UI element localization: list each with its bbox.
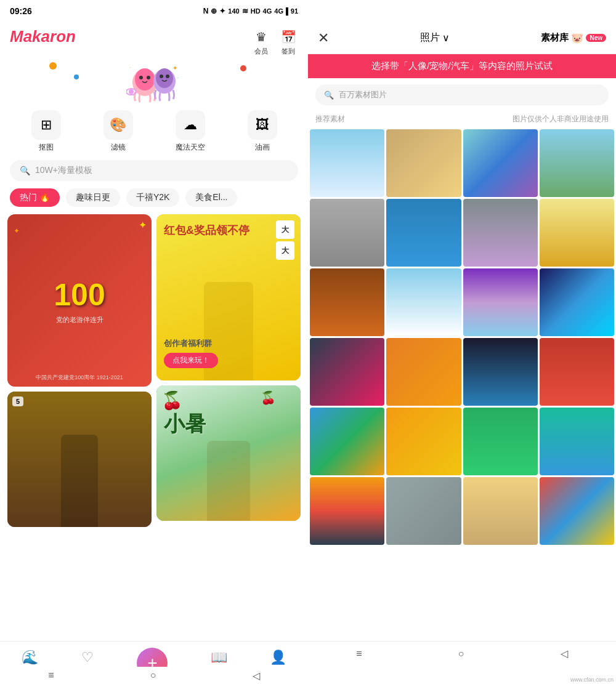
tool-oil-paint[interactable]: 🖼 油画 bbox=[248, 110, 277, 153]
follow-icon: ♡ bbox=[81, 650, 94, 666]
img-item-12[interactable] bbox=[310, 338, 384, 406]
img-item-2[interactable] bbox=[463, 129, 538, 197]
status-icons: N ⊕ ✦ 140 ≋ HD 4G 4G ▌91 bbox=[203, 7, 298, 15]
card-girl-photo[interactable]: 5 bbox=[7, 392, 152, 527]
chevron-down-icon: ∨ bbox=[442, 32, 450, 44]
left-app-header: Makaron ♛ 会员 📅 签到 bbox=[0, 22, 308, 56]
img-item-22[interactable] bbox=[463, 477, 538, 545]
tab-y2k[interactable]: 千禧Y2K bbox=[126, 188, 179, 207]
usage-notice: 图片仅供个人非商业用途使用 bbox=[513, 114, 609, 124]
img-item-7[interactable] bbox=[540, 199, 614, 267]
recommended-label: 推荐素材 bbox=[315, 114, 345, 124]
tools-row: ⊞ 抠图 🎨 滤镜 ☁ 魔法天空 🖼 油画 bbox=[0, 105, 308, 160]
mascot-character: ✦ · · bbox=[126, 58, 182, 104]
card-party[interactable]: 100 党的老游伴连升 中国共产党建党100周年 1921-2021 ✦ ✦ bbox=[7, 214, 152, 387]
tab-food[interactable]: 美食El... bbox=[185, 188, 237, 207]
img-item-8[interactable] bbox=[310, 268, 384, 336]
img-item-9[interactable] bbox=[386, 268, 461, 336]
tutorial-icon: 📖 bbox=[211, 650, 227, 666]
img-item-3[interactable] bbox=[540, 129, 614, 197]
vip-label: 会员 bbox=[254, 47, 268, 56]
sys-home-icon-right[interactable]: ○ bbox=[458, 648, 464, 659]
material-lib-icon: 🐷 bbox=[571, 32, 583, 44]
material-search[interactable]: 🔍 百万素材图片 bbox=[315, 84, 609, 105]
tool-magic-sky[interactable]: ☁ 魔法天空 bbox=[176, 110, 205, 153]
svg-point-6 bbox=[160, 74, 163, 78]
svg-point-9 bbox=[129, 89, 134, 94]
tool-filter[interactable]: 🎨 滤镜 bbox=[103, 110, 133, 153]
search-placeholder-text: 10W+海量模板 bbox=[35, 165, 92, 176]
img-item-10[interactable] bbox=[463, 268, 538, 336]
img-item-5[interactable] bbox=[386, 199, 461, 267]
img-item-18[interactable] bbox=[463, 408, 538, 475]
svg-point-5 bbox=[156, 68, 173, 88]
sys-back-icon-right[interactable]: ◁ bbox=[561, 648, 568, 659]
sys-back-icon[interactable]: ◁ bbox=[253, 670, 260, 682]
new-badge: New bbox=[586, 34, 606, 42]
img-item-19[interactable] bbox=[540, 408, 614, 475]
svg-point-1 bbox=[135, 68, 155, 91]
magic-sky-icon: ☁ bbox=[176, 110, 205, 140]
img-item-6[interactable] bbox=[463, 199, 538, 267]
img-item-20[interactable] bbox=[310, 477, 384, 545]
tool-cutout[interactable]: ⊞ 抠图 bbox=[31, 110, 61, 153]
img-item-21[interactable] bbox=[386, 477, 461, 545]
img-item-17[interactable] bbox=[386, 408, 461, 475]
card-welfare[interactable]: 大 大 红包&奖品领不停 创作者福利群 点我来玩！ bbox=[156, 214, 301, 380]
sys-menu-icon-right[interactable]: ≡ bbox=[356, 648, 362, 659]
svg-text:·: · bbox=[177, 75, 178, 81]
status-bar-right: 09:26 bbox=[308, 0, 616, 22]
photos-label[interactable]: 照片 bbox=[420, 31, 440, 44]
img-item-13[interactable] bbox=[386, 338, 461, 406]
img-item-1[interactable] bbox=[386, 129, 461, 197]
material-lib-label: 素材库 bbox=[541, 32, 569, 44]
img-item-23[interactable] bbox=[540, 477, 614, 545]
filter-label: 滤镜 bbox=[111, 142, 126, 153]
tab-fun-daily[interactable]: 趣味日更 bbox=[66, 188, 120, 207]
checkin-button[interactable]: 📅 签到 bbox=[278, 27, 298, 56]
img-item-16[interactable] bbox=[310, 408, 384, 475]
img-item-14[interactable] bbox=[463, 338, 538, 406]
img-item-11[interactable] bbox=[540, 268, 614, 336]
promo-banner: 选择带「人像/宠物/汽车」等内容的照片试试 bbox=[308, 54, 616, 78]
watermark: www.cfan.com.cn bbox=[570, 677, 614, 683]
checkin-icon: 📅 bbox=[278, 27, 298, 47]
img-item-4[interactable] bbox=[310, 199, 384, 267]
checkin-label: 签到 bbox=[282, 47, 295, 56]
app-logo: Makaron bbox=[10, 27, 76, 46]
img-item-0[interactable] bbox=[310, 129, 384, 197]
cutout-icon: ⊞ bbox=[31, 110, 61, 140]
sys-home-icon[interactable]: ○ bbox=[150, 670, 156, 681]
img-item-15[interactable] bbox=[540, 338, 614, 406]
mascot-area: ✦ · · bbox=[0, 56, 308, 105]
magic-sky-label: 魔法天空 bbox=[176, 142, 205, 153]
grid-col-right: 大 大 红包&奖品领不停 创作者福利群 点我来玩！ bbox=[156, 214, 301, 565]
material-library-button[interactable]: 素材库 🐷 New bbox=[541, 32, 606, 44]
status-bar-left: 09:26 N ⊕ ✦ 140 ≋ HD 4G 4G ▌91 bbox=[0, 0, 308, 22]
close-button[interactable]: ✕ bbox=[318, 30, 329, 46]
oil-paint-icon: 🖼 bbox=[248, 110, 277, 140]
header-actions: ♛ 会员 📅 签到 bbox=[251, 27, 298, 56]
svg-text:·: · bbox=[129, 65, 131, 70]
oil-paint-label: 油画 bbox=[255, 142, 270, 153]
tab-hot[interactable]: 热门 🔥 bbox=[10, 188, 60, 207]
sys-menu-icon[interactable]: ≡ bbox=[48, 670, 54, 681]
photos-title-area: 照片 ∨ bbox=[336, 31, 533, 44]
deco-circle-3 bbox=[240, 65, 246, 71]
grid-col-left: 100 党的老游伴连升 中国共产党建党100周年 1921-2021 ✦ ✦ bbox=[7, 214, 152, 565]
deco-circle-1 bbox=[49, 62, 57, 70]
svg-point-2 bbox=[139, 76, 143, 79]
deco-circle-2 bbox=[74, 74, 79, 79]
image-grid bbox=[308, 129, 616, 545]
svg-text:✦: ✦ bbox=[172, 65, 177, 71]
search-icon-right: 🔍 bbox=[324, 91, 334, 100]
profile-icon: 👤 bbox=[270, 650, 286, 666]
filter-icon: 🎨 bbox=[103, 110, 133, 140]
svg-point-7 bbox=[166, 74, 169, 78]
vip-button[interactable]: ♛ 会员 bbox=[251, 27, 271, 56]
card-xiaoshu[interactable]: PRO 🍒 🍒 小暑 bbox=[156, 385, 301, 521]
template-search[interactable]: 🔍 10W+海量模板 bbox=[10, 160, 298, 181]
svg-point-3 bbox=[147, 76, 150, 79]
cutout-label: 抠图 bbox=[39, 142, 54, 153]
search-icon: 🔍 bbox=[20, 166, 30, 175]
